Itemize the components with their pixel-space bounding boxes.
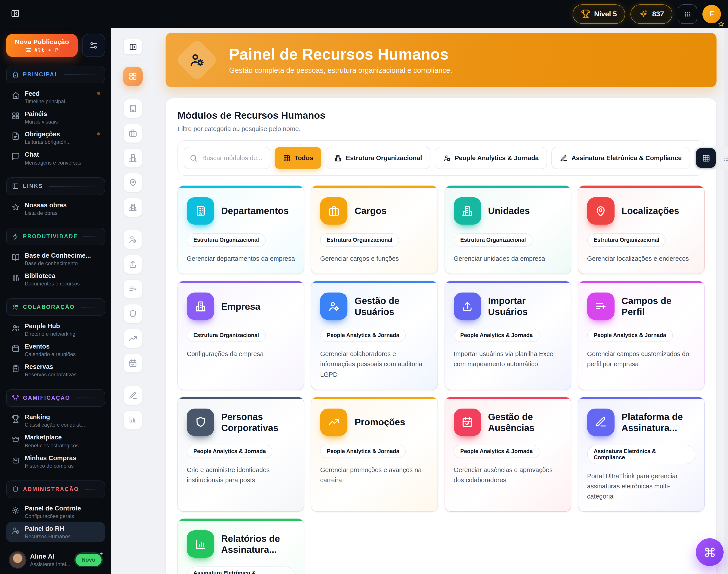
rail-module-button[interactable] bbox=[123, 148, 143, 168]
module-title: Plataforma de Assinatura... bbox=[622, 411, 696, 433]
category-badge: Assinatura Eletrônica & Compliance bbox=[587, 445, 696, 464]
sidebar-item[interactable]: Ranking Classificação e conquist... bbox=[6, 411, 105, 431]
apps-grid-button[interactable] bbox=[678, 4, 697, 24]
module-title: Gestão de Usuários bbox=[355, 295, 429, 318]
category-badge: People Analytics & Jornada bbox=[187, 445, 272, 458]
panel-left-close-icon bbox=[11, 9, 20, 18]
sidebar-item[interactable]: Nossas obras Lista de obras bbox=[6, 198, 105, 219]
shield-icon bbox=[128, 309, 137, 318]
category-filter-chip[interactable]: Estrutura Organizacional bbox=[326, 147, 430, 169]
module-card[interactable]: Personas Corporativas People Analytics &… bbox=[178, 397, 304, 512]
filter-bar: Todos Estrutura Organizacional People An… bbox=[178, 140, 704, 176]
sidebar-item[interactable]: Eventos Calendário e reuniões bbox=[6, 340, 105, 360]
module-card[interactable]: Gestão de Usuários People Analytics & Jo… bbox=[311, 281, 438, 390]
module-card[interactable]: Localizações Estrutura Organizacional Ge… bbox=[578, 185, 705, 274]
grid-view-button[interactable] bbox=[696, 148, 716, 168]
home-icon bbox=[12, 71, 19, 78]
module-card[interactable]: Campos de Perfil People Analytics & Jorn… bbox=[578, 281, 705, 390]
trending-up-icon bbox=[128, 334, 137, 343]
scrollbar[interactable] bbox=[724, 28, 728, 574]
module-title: Personas Corporativas bbox=[221, 411, 295, 433]
sidebar-item[interactable]: Marketplace Benefícios estratégicos bbox=[6, 431, 105, 451]
module-description: Gerenciar localizações e endereços bbox=[587, 254, 696, 264]
sidebar-item-texts: Ranking Classificação e conquist... bbox=[25, 413, 85, 428]
feed-preferences-button[interactable] bbox=[82, 34, 105, 57]
new-post-button[interactable]: Nova Publicação Alt + P bbox=[6, 34, 78, 57]
sidebar-item-subtitle: Classificação e conquist... bbox=[25, 422, 85, 428]
module-card[interactable]: Plataforma de Assinatura... Assinatura E… bbox=[578, 397, 705, 512]
rail-module-button[interactable] bbox=[123, 67, 143, 86]
sidebar-section: COLABORAÇÃO People Hub Diretório e netwo… bbox=[6, 298, 105, 380]
sidebar-item[interactable]: Biblioteca Documentos e recursos bbox=[6, 269, 105, 289]
category-filter-chip[interactable]: People Analytics & Jornada bbox=[435, 147, 547, 169]
category-filter-chip[interactable]: Assinatura Eletrônica & Compliance bbox=[551, 147, 690, 169]
rail-module-button[interactable] bbox=[123, 304, 143, 323]
module-title: Unidades bbox=[488, 205, 530, 216]
banner-diamond bbox=[175, 38, 219, 82]
level-badge[interactable]: Nível 5 bbox=[572, 4, 625, 24]
points-badge[interactable]: 837 bbox=[631, 4, 673, 24]
sidebar-item-subtitle: Base de conhecimento bbox=[25, 260, 91, 266]
command-fab-button[interactable] bbox=[696, 538, 724, 566]
module-card[interactable]: Departamentos Estrutura Organizacional G… bbox=[178, 185, 304, 274]
sidebar-item[interactable]: Minhas Compras Histórico de compras bbox=[6, 451, 105, 472]
category-badge: Estrutura Organizacional bbox=[187, 233, 266, 247]
module-card[interactable]: Importar Usuários People Analytics & Jor… bbox=[444, 281, 571, 390]
section-divider bbox=[65, 74, 99, 75]
section-divider bbox=[76, 398, 99, 399]
rail-module-button[interactable] bbox=[123, 385, 143, 405]
rail-module-button[interactable] bbox=[123, 198, 143, 217]
building-icon bbox=[128, 104, 137, 113]
keyboard-icon bbox=[25, 47, 32, 53]
assistant-item[interactable]: Aline AI Assistente Intel... Novo bbox=[6, 547, 105, 574]
rail-collapse-button[interactable] bbox=[123, 39, 143, 55]
upload-icon bbox=[461, 300, 473, 312]
sidebar-item[interactable]: Feed Timeline principal bbox=[6, 87, 105, 107]
category-badge: People Analytics & Jornada bbox=[320, 329, 406, 342]
module-card[interactable]: Promoções People Analytics & Jornada Ger… bbox=[311, 397, 438, 512]
list-view-button[interactable] bbox=[717, 148, 728, 168]
rail-module-button[interactable] bbox=[123, 124, 143, 143]
sidebar-item[interactable]: Obrigações Leituras obrigatóri... bbox=[6, 128, 105, 148]
sidebar-item[interactable]: Painel de Controle Configurações gerais bbox=[6, 501, 105, 522]
module-card-header: Cargos bbox=[320, 197, 429, 224]
module-card[interactable]: Empresa Estrutura Organizacional Configu… bbox=[178, 281, 304, 390]
sidebar-item-title: Nossas obras bbox=[25, 201, 67, 209]
sidebar-item[interactable]: Painel do RH Recursos Humanos bbox=[6, 522, 105, 542]
building-icon bbox=[194, 205, 206, 217]
sidebar-item-texts: Reservas Reservas corporativas bbox=[25, 363, 77, 378]
sidebar-item-subtitle: Murais visuais bbox=[25, 119, 58, 125]
module-description: Crie e administre identidades institucio… bbox=[187, 465, 295, 486]
sidebar-item[interactable]: Reservas Reservas corporativas bbox=[6, 360, 105, 380]
sidebar-item-title: People Hub bbox=[25, 322, 76, 330]
building2-icon bbox=[128, 154, 137, 162]
module-search-input[interactable] bbox=[201, 154, 264, 162]
list-view-icon bbox=[723, 154, 728, 162]
rail-module-button[interactable] bbox=[123, 99, 143, 118]
sidebar-item[interactable]: Chat Mensagens e conversas bbox=[6, 148, 105, 168]
chip-label: Estrutura Organizacional bbox=[346, 154, 422, 161]
rail-module-button[interactable] bbox=[123, 255, 143, 274]
module-card[interactable]: Relatórios de Assinatura... Assinatura E… bbox=[178, 519, 304, 574]
module-card[interactable]: Gestão de Ausências People Analytics & J… bbox=[444, 397, 571, 512]
module-card[interactable]: Unidades Estrutura Organizacional Gerenc… bbox=[444, 185, 571, 274]
rail-module-button[interactable] bbox=[123, 279, 143, 299]
module-card[interactable]: Cargos Estrutura Organizacional Gerencia… bbox=[311, 185, 438, 274]
category-badge: People Analytics & Jornada bbox=[454, 445, 539, 458]
rail-module-button[interactable] bbox=[123, 329, 143, 348]
user-avatar[interactable]: F bbox=[702, 5, 721, 23]
sidebar-item-texts: Chat Mensagens e conversas bbox=[25, 151, 81, 166]
sidebar-item[interactable]: Base de Conhecime... Base de conheciment… bbox=[6, 249, 105, 269]
rail-module-button[interactable] bbox=[123, 354, 143, 373]
category-filter-chip[interactable]: Todos bbox=[275, 147, 321, 169]
module-card-header: Departamentos bbox=[187, 197, 295, 224]
chip-label: People Analytics & Jornada bbox=[455, 154, 539, 161]
list-plus-icon bbox=[128, 285, 137, 293]
sidebar-item[interactable]: Painéis Murais visuais bbox=[6, 107, 105, 127]
rail-module-button[interactable] bbox=[123, 230, 143, 249]
sidebar-item[interactable]: People Hub Diretório e networking bbox=[6, 319, 105, 340]
page-header-banner: Painel de Recursos Humanos Gestão comple… bbox=[165, 33, 717, 87]
rail-module-button[interactable] bbox=[123, 173, 143, 192]
rail-module-button[interactable] bbox=[123, 410, 143, 430]
sidebar-collapse-button[interactable] bbox=[11, 9, 20, 19]
